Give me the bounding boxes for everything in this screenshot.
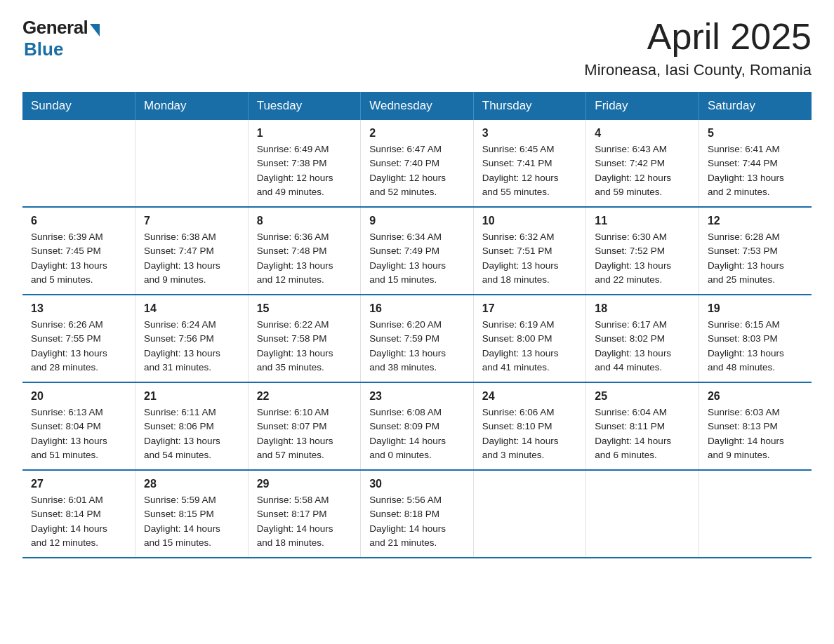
calendar-week-row: 13Sunrise: 6:26 AM Sunset: 7:55 PM Dayli… (22, 295, 812, 382)
table-row (22, 120, 135, 207)
table-row: 21Sunrise: 6:11 AM Sunset: 8:06 PM Dayli… (135, 382, 249, 470)
logo-arrow-icon (90, 24, 100, 36)
day-info: Sunrise: 6:24 AM Sunset: 7:56 PM Dayligh… (144, 318, 239, 375)
day-info: Sunrise: 6:10 AM Sunset: 8:07 PM Dayligh… (257, 405, 352, 462)
day-number: 5 (708, 127, 803, 140)
day-number: 11 (595, 215, 690, 227)
day-info: Sunrise: 6:47 AM Sunset: 7:40 PM Dayligh… (369, 142, 465, 199)
table-row: 8Sunrise: 6:36 AM Sunset: 7:48 PM Daylig… (248, 207, 361, 295)
day-info: Sunrise: 5:56 AM Sunset: 8:18 PM Dayligh… (369, 493, 465, 550)
day-number: 3 (482, 127, 578, 140)
table-row: 17Sunrise: 6:19 AM Sunset: 8:00 PM Dayli… (473, 295, 586, 382)
table-row: 30Sunrise: 5:56 AM Sunset: 8:18 PM Dayli… (361, 470, 474, 558)
day-number: 23 (369, 390, 465, 403)
calendar-header-sunday: Sunday (22, 92, 135, 120)
day-info: Sunrise: 6:39 AM Sunset: 7:45 PM Dayligh… (31, 230, 126, 287)
calendar-header-monday: Monday (135, 92, 249, 120)
table-row: 22Sunrise: 6:10 AM Sunset: 8:07 PM Dayli… (248, 382, 361, 470)
day-number: 6 (31, 215, 126, 227)
table-row: 9Sunrise: 6:34 AM Sunset: 7:49 PM Daylig… (361, 207, 474, 295)
calendar-header-saturday: Saturday (699, 92, 812, 120)
table-row: 6Sunrise: 6:39 AM Sunset: 7:45 PM Daylig… (22, 207, 135, 295)
table-row: 18Sunrise: 6:17 AM Sunset: 8:02 PM Dayli… (586, 295, 699, 382)
table-row: 29Sunrise: 5:58 AM Sunset: 8:17 PM Dayli… (248, 470, 361, 558)
table-row: 1Sunrise: 6:49 AM Sunset: 7:38 PM Daylig… (248, 120, 361, 207)
calendar-week-row: 6Sunrise: 6:39 AM Sunset: 7:45 PM Daylig… (22, 207, 812, 295)
day-number: 17 (482, 302, 578, 315)
table-row: 11Sunrise: 6:30 AM Sunset: 7:52 PM Dayli… (586, 207, 699, 295)
table-row: 15Sunrise: 6:22 AM Sunset: 7:58 PM Dayli… (248, 295, 361, 382)
day-number: 28 (144, 478, 239, 490)
table-row: 23Sunrise: 6:08 AM Sunset: 8:09 PM Dayli… (361, 382, 474, 470)
table-row: 2Sunrise: 6:47 AM Sunset: 7:40 PM Daylig… (361, 120, 474, 207)
day-number: 19 (708, 302, 803, 315)
day-info: Sunrise: 6:19 AM Sunset: 8:00 PM Dayligh… (482, 318, 578, 375)
day-info: Sunrise: 6:13 AM Sunset: 8:04 PM Dayligh… (31, 405, 126, 462)
table-row (473, 470, 586, 558)
day-number: 18 (595, 302, 690, 315)
calendar-week-row: 20Sunrise: 6:13 AM Sunset: 8:04 PM Dayli… (22, 382, 812, 470)
day-number: 13 (31, 302, 126, 315)
day-info: Sunrise: 6:04 AM Sunset: 8:11 PM Dayligh… (595, 405, 690, 462)
day-info: Sunrise: 6:41 AM Sunset: 7:44 PM Dayligh… (708, 142, 803, 199)
table-row: 7Sunrise: 6:38 AM Sunset: 7:47 PM Daylig… (135, 207, 249, 295)
day-info: Sunrise: 6:38 AM Sunset: 7:47 PM Dayligh… (144, 230, 239, 287)
day-info: Sunrise: 6:15 AM Sunset: 8:03 PM Dayligh… (708, 318, 803, 375)
table-row: 3Sunrise: 6:45 AM Sunset: 7:41 PM Daylig… (473, 120, 586, 207)
table-row (586, 470, 699, 558)
day-number: 8 (257, 215, 352, 227)
day-number: 7 (144, 215, 239, 227)
day-number: 2 (369, 127, 465, 140)
table-row: 12Sunrise: 6:28 AM Sunset: 7:53 PM Dayli… (699, 207, 812, 295)
day-number: 21 (144, 390, 239, 403)
day-number: 20 (31, 390, 126, 403)
header: General Blue April 2025 Mironeasa, Iasi … (22, 17, 812, 79)
day-info: Sunrise: 6:20 AM Sunset: 7:59 PM Dayligh… (369, 318, 465, 375)
table-row (135, 120, 249, 207)
day-info: Sunrise: 6:49 AM Sunset: 7:38 PM Dayligh… (257, 142, 352, 199)
day-info: Sunrise: 6:11 AM Sunset: 8:06 PM Dayligh… (144, 405, 239, 462)
location-label: Mironeasa, Iasi County, Romania (584, 61, 812, 79)
day-info: Sunrise: 6:17 AM Sunset: 8:02 PM Dayligh… (595, 318, 690, 375)
table-row: 25Sunrise: 6:04 AM Sunset: 8:11 PM Dayli… (586, 382, 699, 470)
day-info: Sunrise: 6:43 AM Sunset: 7:42 PM Dayligh… (595, 142, 690, 199)
table-row: 24Sunrise: 6:06 AM Sunset: 8:10 PM Dayli… (473, 382, 586, 470)
day-number: 15 (257, 302, 352, 315)
calendar-table: SundayMondayTuesdayWednesdayThursdayFrid… (22, 92, 812, 558)
table-row: 16Sunrise: 6:20 AM Sunset: 7:59 PM Dayli… (361, 295, 474, 382)
day-number: 10 (482, 215, 578, 227)
day-number: 4 (595, 127, 690, 140)
logo-blue-text: Blue (24, 39, 63, 60)
day-info: Sunrise: 5:59 AM Sunset: 8:15 PM Dayligh… (144, 493, 239, 550)
day-info: Sunrise: 6:26 AM Sunset: 7:55 PM Dayligh… (31, 318, 126, 375)
page-title: April 2025 (584, 17, 812, 57)
day-number: 29 (257, 478, 352, 490)
day-info: Sunrise: 6:03 AM Sunset: 8:13 PM Dayligh… (708, 405, 803, 462)
table-row: 26Sunrise: 6:03 AM Sunset: 8:13 PM Dayli… (699, 382, 812, 470)
day-number: 22 (257, 390, 352, 403)
calendar-header-friday: Friday (586, 92, 699, 120)
calendar-header-tuesday: Tuesday (248, 92, 361, 120)
day-info: Sunrise: 6:30 AM Sunset: 7:52 PM Dayligh… (595, 230, 690, 287)
table-row: 4Sunrise: 6:43 AM Sunset: 7:42 PM Daylig… (586, 120, 699, 207)
day-info: Sunrise: 6:34 AM Sunset: 7:49 PM Dayligh… (369, 230, 465, 287)
day-info: Sunrise: 6:22 AM Sunset: 7:58 PM Dayligh… (257, 318, 352, 375)
day-info: Sunrise: 5:58 AM Sunset: 8:17 PM Dayligh… (257, 493, 352, 550)
day-number: 12 (708, 215, 803, 227)
table-row: 20Sunrise: 6:13 AM Sunset: 8:04 PM Dayli… (22, 382, 135, 470)
day-info: Sunrise: 6:45 AM Sunset: 7:41 PM Dayligh… (482, 142, 578, 199)
calendar-header-wednesday: Wednesday (361, 92, 474, 120)
day-number: 14 (144, 302, 239, 315)
calendar-week-row: 27Sunrise: 6:01 AM Sunset: 8:14 PM Dayli… (22, 470, 812, 558)
day-number: 26 (708, 390, 803, 403)
day-info: Sunrise: 6:32 AM Sunset: 7:51 PM Dayligh… (482, 230, 578, 287)
day-number: 9 (369, 215, 465, 227)
day-info: Sunrise: 6:08 AM Sunset: 8:09 PM Dayligh… (369, 405, 465, 462)
title-area: April 2025 Mironeasa, Iasi County, Roman… (584, 17, 812, 79)
day-info: Sunrise: 6:06 AM Sunset: 8:10 PM Dayligh… (482, 405, 578, 462)
logo: General Blue (22, 17, 100, 60)
day-number: 24 (482, 390, 578, 403)
logo-general-text: General (22, 17, 88, 39)
day-number: 27 (31, 478, 126, 490)
day-number: 25 (595, 390, 690, 403)
